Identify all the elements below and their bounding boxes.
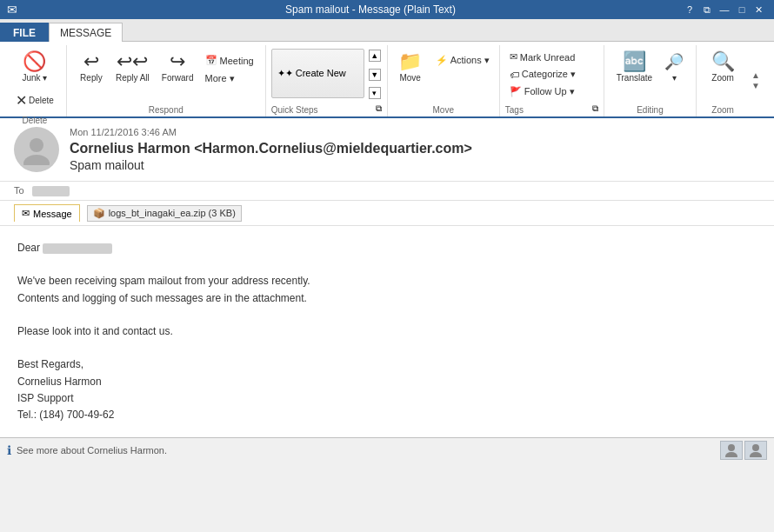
reply-all-icon: ↩↩ — [117, 52, 148, 71]
email-subject: Spam mailout — [70, 158, 760, 172]
message-tab-icon: ✉ — [22, 208, 30, 219]
status-person1-button[interactable] — [720, 441, 743, 460]
svg-point-5 — [750, 452, 762, 457]
tab-message[interactable]: MESSAGE — [49, 23, 123, 42]
forward-button[interactable]: ↪ Forward — [157, 49, 199, 87]
create-new-button[interactable]: ✦ ✦ Create New — [271, 49, 364, 98]
ribbon-group-zoom: 🔍 Zoom Zoom — [697, 45, 749, 116]
move-button[interactable]: 📁 Move — [393, 49, 428, 87]
email-to-row: To — [0, 182, 774, 201]
ribbon-group-delete: 🚫 Junk ▾ ✕ Delete Delete — [3, 45, 67, 116]
editing-buttons: 🔤 Translate 🔎 ▾ — [611, 49, 689, 102]
delete-buttons: 🚫 Junk ▾ ✕ Delete — [10, 49, 59, 112]
sender-avatar — [14, 127, 59, 172]
tags-dialog-launcher[interactable]: ⧉ — [592, 103, 598, 114]
ribbon-tabs: FILE MESSAGE — [0, 19, 774, 42]
create-new-icon: ✦ — [277, 68, 285, 79]
sig-line4: Tel.: (184) 700-49-62 — [17, 407, 757, 423]
ribbon: 🚫 Junk ▾ ✕ Delete Delete ↩ Reply ↩↩ Repl… — [0, 42, 774, 118]
email-header: Mon 11/21/2016 3:46 AM Cornelius Harmon … — [0, 118, 774, 182]
status-left: ℹ See more about Cornelius Harmon. — [7, 443, 167, 457]
to-label: To — [14, 185, 24, 196]
title-bar: ✉ Spam mailout - Message (Plain Text) ? … — [0, 0, 774, 19]
person1-icon — [724, 443, 738, 457]
tab-file[interactable]: FILE — [0, 23, 49, 42]
attachment-file[interactable]: 📦 logs_bt_inagaki_ea.zip (3 KB) — [87, 205, 242, 222]
body-line3: Please look into it and contact us. — [17, 323, 757, 340]
body-line2: Contents and logging of such messages ar… — [17, 290, 757, 307]
ribbon-group-respond: ↩ Reply ↩↩ Reply All ↪ Forward 📅 Meeting… — [67, 45, 266, 116]
zoom-button[interactable]: 🔍 Zoom — [705, 49, 740, 87]
reply-button[interactable]: ↩ Reply — [74, 49, 109, 87]
reply-icon: ↩ — [83, 52, 99, 71]
info-icon: ℹ — [7, 443, 11, 457]
follow-up-button[interactable]: 🚩 Follow Up ▾ — [505, 83, 598, 100]
zoom-icon: 🔍 — [711, 52, 735, 71]
editing-more-button[interactable]: 🔎 ▾ — [659, 49, 689, 87]
to-value — [32, 186, 70, 196]
restore-button[interactable]: ⧉ — [699, 2, 715, 17]
junk-button[interactable]: 🚫 Junk ▾ — [13, 49, 57, 87]
ribbon-group-editing: 🔤 Translate 🔎 ▾ Editing — [604, 45, 697, 116]
sig-line1: Best Regards, — [17, 356, 757, 373]
translate-button[interactable]: 🔤 Translate — [611, 49, 657, 87]
zoom-buttons: 🔍 Zoom — [705, 49, 740, 102]
meeting-button[interactable]: 📅 Meeting — [201, 52, 258, 69]
quicksteps-expand-more[interactable]: ▾ — [369, 87, 381, 99]
ribbon-group-quicksteps: ✦ ✦ Create New ▲ ▼ ▾ Quick Steps ⧉ — [266, 45, 388, 116]
status-right — [720, 441, 767, 460]
mark-unread-button[interactable]: ✉ Mark Unread — [505, 49, 598, 65]
delete-icon: ✕ — [16, 92, 27, 109]
ribbon-scroll-down[interactable]: ▼ — [751, 81, 761, 91]
follow-up-icon: 🚩 — [510, 86, 522, 97]
ribbon-group-tags: ✉ Mark Unread 🏷 Categorize ▾ 🚩 Follow Up… — [500, 45, 604, 116]
meeting-icon: 📅 — [205, 55, 217, 66]
actions-button[interactable]: ⚡ Actions ▾ — [431, 52, 494, 69]
translate-icon: 🔤 — [623, 52, 646, 71]
sig-line3: ISP Support — [17, 390, 757, 407]
quicksteps-expand-up[interactable]: ▲ — [369, 50, 381, 62]
minimize-button[interactable]: — — [717, 2, 732, 17]
tags-buttons: ✉ Mark Unread 🏷 Categorize ▾ 🚩 Follow Up… — [505, 49, 598, 100]
svg-point-2 — [728, 444, 735, 451]
ribbon-scroll: ▲ ▼ — [749, 45, 763, 116]
delete-button[interactable]: ✕ Delete — [10, 89, 59, 112]
more-respond-button[interactable]: More ▾ — [201, 70, 258, 87]
ribbon-scroll-up[interactable]: ▲ — [751, 70, 761, 81]
respond-buttons: ↩ Reply ↩↩ Reply All ↪ Forward 📅 Meeting… — [74, 49, 258, 102]
categorize-button[interactable]: 🏷 Categorize ▾ — [505, 66, 598, 83]
message-tab[interactable]: ✉ Message — [14, 204, 80, 222]
body-line1: We've been receiving spam mailout from y… — [17, 273, 757, 289]
person2-icon — [749, 443, 763, 457]
junk-icon: 🚫 — [23, 52, 46, 71]
reply-all-button[interactable]: ↩↩ Reply All — [110, 49, 155, 87]
svg-point-1 — [23, 155, 50, 165]
svg-point-4 — [752, 444, 759, 451]
mark-unread-icon: ✉ — [510, 51, 517, 63]
help-button[interactable]: ? — [682, 2, 697, 17]
status-person2-button[interactable] — [744, 441, 767, 460]
quicksteps-dialog-launcher[interactable]: ⧉ — [376, 103, 382, 114]
close-button[interactable]: ✕ — [751, 2, 767, 17]
svg-point-0 — [30, 138, 43, 152]
greeting-text: Dear — [17, 242, 40, 254]
status-text: See more about Cornelius Harmon. — [17, 445, 167, 456]
categorize-icon: 🏷 — [510, 70, 519, 80]
window-controls: ? ⧉ — □ ✕ — [682, 2, 767, 17]
forward-icon: ↪ — [170, 52, 185, 71]
maximize-button[interactable]: □ — [734, 2, 750, 17]
editing-more-icon: 🔎 — [664, 52, 684, 71]
email-body: Dear We've been receiving spam mailout f… — [0, 226, 774, 437]
sig-line2: Cornelius Harmon — [17, 374, 757, 390]
quicksteps-expand-down[interactable]: ▼ — [369, 69, 381, 81]
actions-icon: ⚡ — [436, 55, 448, 66]
move-icon: 📁 — [398, 52, 422, 71]
title-bar-spacer: ✉ — [7, 3, 59, 17]
window-title: Spam mailout - Message (Plain Text) — [285, 3, 456, 16]
zip-icon: 📦 — [93, 208, 105, 219]
recipient-blur — [43, 243, 112, 254]
email-from: Cornelius Harmon <Harmon.Cornelius@mield… — [70, 141, 760, 156]
status-bar: ℹ See more about Cornelius Harmon. — [0, 437, 774, 462]
attachments-row: ✉ Message 📦 logs_bt_inagaki_ea.zip (3 KB… — [0, 201, 774, 226]
ribbon-group-move: 📁 Move ⚡ Actions ▾ Move — [388, 45, 500, 116]
